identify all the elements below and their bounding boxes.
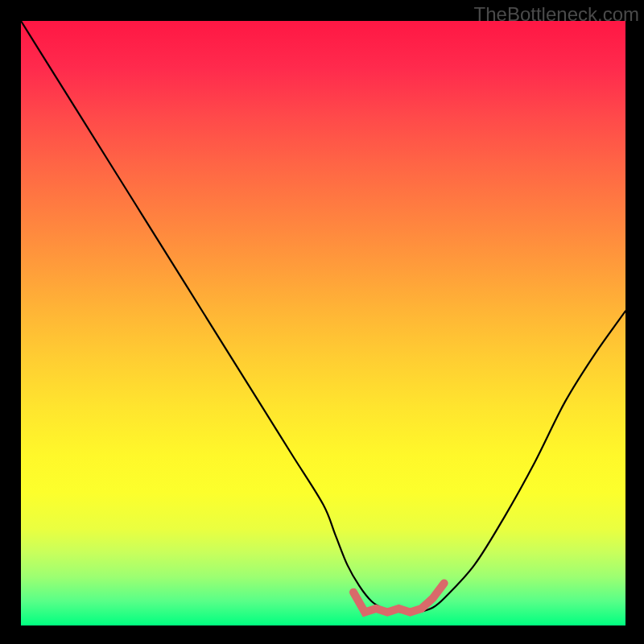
chart-plot-area — [21, 21, 625, 625]
chart-svg — [21, 21, 625, 625]
watermark-text: TheBottleneck.com — [474, 3, 639, 26]
chart-curve — [21, 21, 625, 612]
